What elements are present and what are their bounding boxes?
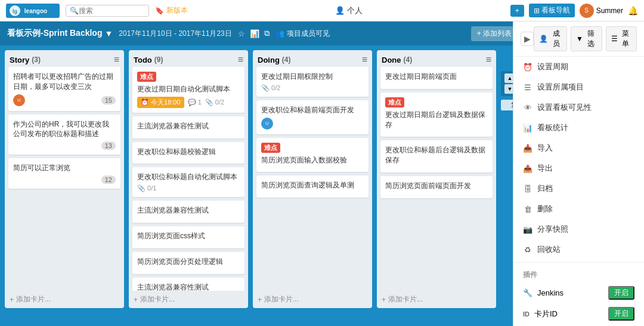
card-text: 简历浏览页面前端页面开发 — [385, 181, 488, 191]
plus-icon: + — [515, 7, 519, 15]
copy-icon[interactable]: ⧉ — [264, 29, 270, 38]
menu-item-statistics[interactable]: 📊 看板统计 — [513, 118, 644, 138]
menu-item-archive[interactable]: 🗄 归档 — [513, 179, 644, 199]
card-count: 15 — [101, 96, 116, 104]
card-text: 简历可以正常浏览 — [13, 163, 116, 173]
menu-label: 菜单 — [620, 29, 631, 49]
add-list-button[interactable]: + 添加列表 — [471, 26, 518, 41]
menu-item-set-period[interactable]: ⏰ 设置周期 — [513, 57, 644, 77]
card[interactable]: 更改过期日期前端页面 — [380, 67, 493, 89]
add-card-button[interactable]: + 添加卡片... — [129, 291, 248, 308]
bookmark-icon: 🔖 — [155, 7, 164, 15]
plus-icon: + — [382, 296, 386, 304]
card-text: 简历浏览页面css样式 — [137, 231, 240, 241]
star-icon[interactable]: ☆ — [238, 29, 245, 38]
card[interactable]: 简历浏览页面分页处理逻辑 — [132, 252, 244, 274]
menu-item-label: 回收站 — [537, 244, 561, 255]
card-text: 更改职位和标题后台逻辑及数据保存 — [385, 145, 488, 165]
add-card-label: 添加卡片... — [388, 294, 423, 305]
timer-badge: ⏰ 今天18:00 — [137, 97, 184, 108]
user-menu[interactable]: S Summer — [580, 4, 623, 18]
card-meta: ⏰ 今天18:00 💬 1 📎 0/2 — [137, 97, 240, 108]
add-card-button[interactable]: + 添加卡片... — [253, 291, 372, 308]
board-date-range: 2017年11月10日 - 2017年11月23日 — [119, 29, 231, 39]
board-navigation-button[interactable]: ⊞ 看板导航 — [529, 4, 575, 17]
column-menu-icon[interactable]: ≡ — [486, 55, 491, 64]
card[interactable]: 难点 简历浏览页面输入数据校验 — [256, 138, 369, 173]
menu-item-label: 设置所属项目 — [537, 82, 584, 93]
plus-icon: + — [10, 296, 14, 304]
card[interactable]: 更改过期日期权限控制 📎 0/2 — [256, 67, 369, 97]
panel-collapse-button[interactable]: ▶ — [521, 32, 534, 46]
card[interactable]: 简历可以正常浏览 12 — [8, 158, 120, 189]
column-title-story: Story (3) — [10, 56, 41, 64]
panel-filter-button[interactable]: ▼ 筛选 — [571, 26, 602, 51]
card[interactable]: 更改职位和标题前端页面开发 U — [256, 100, 369, 134]
column-doing: Doing (4) ≡ 更改过期日期权限控制 📎 0/2 更改职位和标题前端页面… — [253, 50, 372, 308]
search-box[interactable]: 🔍 — [66, 5, 149, 17]
plugin-card-id: ID 卡片ID 开启 — [513, 303, 644, 324]
add-card-button[interactable]: + 添加卡片... — [5, 291, 124, 308]
column-title-text: Doing — [258, 56, 280, 64]
menu-item-recycle[interactable]: ♻ 回收站 — [513, 239, 644, 260]
export-icon: 📤 — [523, 164, 532, 173]
card[interactable]: 更改职位和标题校验逻辑 — [132, 142, 244, 164]
card-text: 更改过期日期权限控制 — [261, 72, 364, 82]
card[interactable]: 难点 更改过期日期后台逻辑及数据保存 — [380, 93, 493, 137]
card[interactable]: 招聘者可以更改招聘广告的过期日期，最多可以改变三次 U 15 — [8, 67, 120, 111]
archive-icon: 🗄 — [523, 184, 532, 193]
card-id-toggle-button[interactable]: 开启 — [608, 307, 634, 321]
card[interactable]: 主流浏览器兼容性测试 — [132, 278, 244, 291]
svg-text:lg: lg — [13, 8, 17, 14]
board-nav-label: 看板导航 — [541, 5, 570, 16]
column-cards-done: 更改过期日期前端页面 难点 更改过期日期后台逻辑及数据保存 更改职位和标题后台逻… — [377, 67, 496, 291]
card[interactable]: 更改职位和标题后台逻辑及数据保存 — [380, 140, 493, 173]
column-menu-icon[interactable]: ≡ — [114, 55, 119, 64]
logo[interactable]: lg leangoo — [6, 4, 60, 18]
menu-item-visibility[interactable]: 👁 设置看板可见性 — [513, 97, 644, 118]
column-title-done: Done (4) — [382, 56, 412, 64]
menu-item-export[interactable]: 📤 导出 — [513, 158, 644, 179]
panel-members-button[interactable]: 👤 成员 — [534, 26, 567, 51]
panel-menu-button[interactable]: ☰ 菜单 — [606, 26, 637, 51]
add-card-button[interactable]: + 添加卡片... — [377, 291, 496, 308]
plus-icon: + — [134, 296, 138, 304]
card[interactable]: 难点 更改过期日期自动化测试脚本 ⏰ 今天18:00 💬 1 📎 0/2 — [132, 67, 244, 113]
avatar: U — [261, 118, 273, 130]
top-navigation: lg leangoo 🔍 🔖 新版本 👤 个人 + ⊞ 看板导航 S Summe… — [0, 0, 644, 21]
menu-item-share-snapshot[interactable]: 📷 分享快照 — [513, 219, 644, 239]
column-menu-icon[interactable]: ≡ — [362, 55, 367, 64]
add-card-label: 添加卡片... — [264, 294, 299, 305]
chart-icon[interactable]: 📊 — [250, 29, 259, 38]
column-menu-icon[interactable]: ≡ — [238, 55, 243, 64]
card[interactable]: 主流浏览器兼容性测试 — [132, 201, 244, 223]
card[interactable]: 更改职位和标题自动化测试脚本 📎 0/1 — [132, 167, 244, 197]
column-story: Story (3) ≡ 招聘者可以更改招聘广告的过期日期，最多可以改变三次 U … — [5, 50, 124, 308]
card-text: 更改职位和标题校验逻辑 — [137, 147, 240, 157]
card[interactable]: 主流浏览器兼容性测试 — [132, 116, 244, 139]
notification-bell-icon[interactable]: 🔔 — [628, 6, 638, 16]
new-version-link[interactable]: 🔖 新版本 — [155, 5, 188, 16]
card-attach-icon: 📎 0/2 — [261, 84, 280, 92]
card[interactable]: 简历浏览页面css样式 — [132, 226, 244, 248]
menu-item-label: 设置看板可见性 — [537, 102, 592, 113]
jenkins-toggle-button[interactable]: 开启 — [608, 286, 634, 300]
nav-center: 👤 个人 — [335, 5, 363, 16]
column-title-text: Todo — [134, 56, 152, 64]
card[interactable]: 作为公司的HR，我可以更改我公司发布的职位标题和描述 13 — [8, 115, 120, 155]
card-footer: U — [261, 118, 364, 130]
right-panel: ▶ 👤 成员 ▼ 筛选 ☰ 菜单 ⏰ 设置周期 ☰ — [513, 21, 644, 326]
card-comment-icon: 💬 1 — [188, 99, 202, 106]
add-button[interactable]: + — [510, 5, 524, 17]
menu-item-delete[interactable]: 🗑 删除 — [513, 199, 644, 219]
card[interactable]: 简历浏览页面前端页面开发 — [380, 176, 493, 198]
board-title[interactable]: 看板示例-Sprint Backlog ▼ — [7, 28, 113, 39]
chart-icon: 📊 — [523, 124, 532, 133]
search-input[interactable] — [79, 7, 138, 15]
column-header-story: Story (3) ≡ — [5, 50, 124, 67]
menu-item-import[interactable]: 📥 导入 — [513, 138, 644, 158]
column-header-done: Done (4) ≡ — [377, 50, 496, 67]
card[interactable]: 简历浏览页面查询逻辑及单测 — [256, 176, 369, 198]
menu-item-set-project[interactable]: ☰ 设置所属项目 — [513, 77, 644, 97]
card-text: 简历浏览页面查询逻辑及单测 — [261, 180, 364, 190]
